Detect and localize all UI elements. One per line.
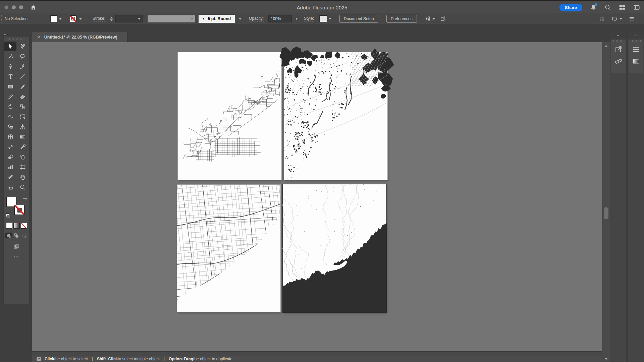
arrange-documents-icon[interactable]: [611, 15, 618, 22]
stroke-color-swatch[interactable]: [70, 15, 76, 22]
pencil-tool[interactable]: [4, 92, 16, 102]
links-panel-icon[interactable]: [614, 57, 623, 66]
workspace-layout-icon[interactable]: [619, 4, 626, 11]
help-icon[interactable]: ?: [37, 357, 41, 361]
shape-builder-tool[interactable]: [4, 122, 16, 132]
stroke-color-indicator[interactable]: [14, 205, 24, 215]
mesh-tool[interactable]: [4, 132, 16, 142]
magic-wand-tool[interactable]: [4, 52, 16, 61]
style-chevron-icon[interactable]: [329, 18, 331, 20]
gradient-panel-icon[interactable]: [631, 57, 641, 66]
tab-close-icon[interactable]: ×: [37, 35, 40, 40]
rotate-view-tool[interactable]: [4, 142, 16, 152]
panel-grip[interactable]: [613, 40, 624, 42]
canvas[interactable]: [32, 42, 602, 351]
line-segment-tool[interactable]: [16, 72, 29, 81]
opacity-field[interactable]: 100%: [268, 15, 292, 22]
horizontal-scrollbar[interactable]: [32, 351, 602, 356]
direct-selection-tool[interactable]: [16, 42, 29, 51]
fill-color-swatch[interactable]: [50, 15, 57, 22]
style-swatch[interactable]: [319, 15, 327, 22]
none-mode-button[interactable]: [21, 223, 27, 229]
left-rail: « •••: [0, 24, 32, 362]
type-tool[interactable]: [4, 72, 16, 81]
artboard-water-map[interactable]: [283, 184, 386, 312]
search-icon[interactable]: [604, 4, 611, 11]
opacity-label[interactable]: Opacity:: [249, 16, 264, 21]
control-bar: No Selection Stroke: ● 5 pt. Round Opaci…: [0, 13, 644, 24]
slice-tool[interactable]: [4, 172, 16, 182]
draw-inside-button[interactable]: [21, 233, 28, 238]
rotate-tool[interactable]: [4, 102, 16, 112]
default-fill-stroke-icon[interactable]: [6, 214, 10, 218]
status-hints: Click the object to select|Shift+Click t…: [45, 357, 232, 361]
screen-mode-button[interactable]: [11, 243, 21, 250]
toolbar-grip[interactable]: [9, 39, 23, 40]
panel-view-icon[interactable]: [633, 4, 640, 11]
edit-toolbar-button[interactable]: •••: [4, 255, 29, 259]
column-graph-tool[interactable]: [4, 162, 16, 172]
artboard-transit-map[interactable]: [178, 52, 281, 180]
chevron-down-icon[interactable]: [620, 18, 622, 20]
stroke-weight-label[interactable]: Stroke:: [93, 16, 105, 21]
stroke-weight-stepper[interactable]: [110, 17, 113, 21]
workspace-menu-icon[interactable]: [628, 15, 635, 22]
export-panel-icon[interactable]: [614, 45, 623, 54]
export-asset-icon[interactable]: [440, 15, 446, 22]
opacity-more-icon[interactable]: [296, 17, 298, 20]
paintbrush-tool[interactable]: [16, 82, 29, 92]
notifications-bell-icon[interactable]: [590, 4, 597, 11]
artboard-street-map[interactable]: [177, 185, 280, 312]
gradient-mode-button[interactable]: [13, 223, 20, 229]
print-tiling-tool[interactable]: [4, 182, 16, 192]
preferences-button[interactable]: Preferences: [386, 15, 417, 23]
stroke-chevron-icon[interactable]: [79, 18, 82, 20]
fill-chevron-icon[interactable]: [59, 18, 62, 20]
draw-behind-button[interactable]: [13, 233, 20, 238]
hand-tool[interactable]: [16, 172, 29, 182]
zoom-tool[interactable]: [16, 182, 29, 192]
artboard-landcover-map[interactable]: [284, 52, 387, 180]
pen-tool[interactable]: [4, 62, 16, 71]
chevron-down-icon[interactable]: [432, 18, 435, 20]
grid-view-icon[interactable]: [598, 15, 605, 22]
perspective-grid-tool[interactable]: [16, 122, 29, 132]
select-similar-icon[interactable]: [424, 15, 431, 22]
document-setup-button[interactable]: Document Setup: [339, 15, 378, 23]
artboard-tool[interactable]: [16, 162, 29, 172]
share-button[interactable]: Share: [559, 4, 582, 11]
style-label[interactable]: Style:: [304, 16, 314, 21]
stroke-panel-icon[interactable]: [631, 45, 641, 54]
brush-chevron-icon[interactable]: [239, 18, 241, 20]
vertical-scroll-thumb[interactable]: [604, 207, 608, 219]
toolbar-collapse-button[interactable]: «: [4, 32, 6, 36]
eyedropper-tool[interactable]: [16, 142, 29, 152]
swap-fill-stroke-icon[interactable]: [22, 197, 28, 204]
scroll-down-icon[interactable]: [605, 358, 607, 360]
hint-key: Click: [45, 357, 54, 361]
controlbar-grip[interactable]: [1, 15, 2, 22]
free-transform-tool[interactable]: [16, 112, 29, 122]
brush-definition-dropdown[interactable]: ● 5 pt. Round: [199, 15, 235, 23]
scale-tool[interactable]: [16, 102, 29, 112]
draw-normal-button[interactable]: [5, 233, 12, 238]
width-tool[interactable]: [4, 112, 16, 122]
panel-grip[interactable]: [631, 40, 641, 42]
document-tab[interactable]: × Untitled-1* @ 22.85 % (RGB/Preview): [32, 32, 127, 42]
notification-badge: [595, 3, 597, 6]
color-mode-button[interactable]: [6, 223, 12, 229]
lasso-tool[interactable]: [16, 52, 29, 61]
symbol-sprayer-tool[interactable]: [16, 152, 29, 162]
curvature-tool[interactable]: [16, 62, 29, 71]
selection-tool[interactable]: [4, 42, 16, 51]
blend-tool[interactable]: [4, 152, 16, 162]
eraser-tool[interactable]: [16, 92, 29, 102]
rectangle-tool[interactable]: [4, 82, 16, 92]
scroll-up-icon[interactable]: [605, 45, 607, 47]
panel-collapse-button[interactable]: «: [628, 32, 644, 39]
variable-width-profile-dropdown[interactable]: [148, 15, 195, 22]
vertical-scrollbar[interactable]: [602, 42, 610, 362]
stroke-weight-field[interactable]: [115, 15, 143, 22]
panel-collapse-button[interactable]: «: [610, 32, 626, 39]
gradient-tool[interactable]: [16, 132, 29, 142]
